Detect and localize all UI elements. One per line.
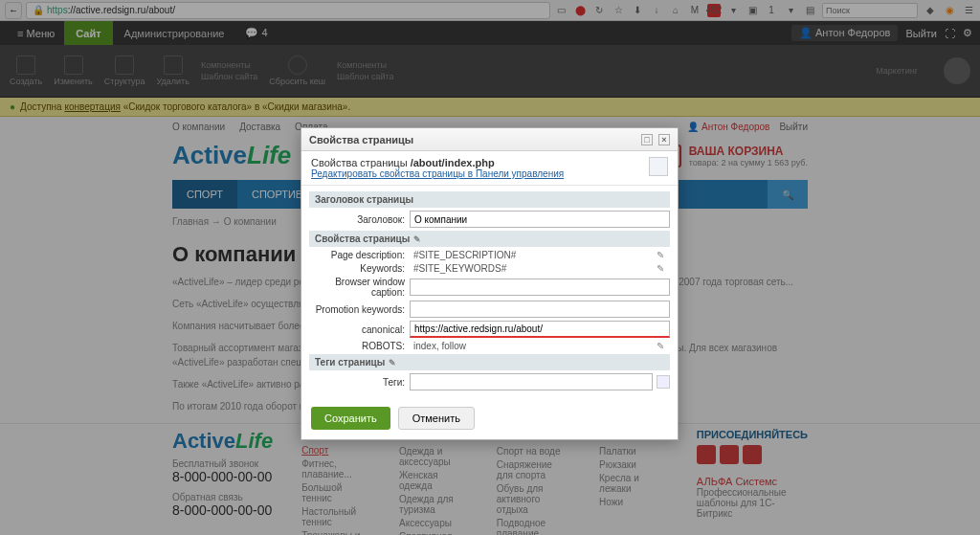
edit-icon[interactable]: ✎ (389, 358, 396, 368)
value-desc: #SITE_DESCRIPTION# (410, 250, 653, 260)
save-button[interactable]: Сохранить (311, 407, 390, 430)
modal-title: Свойства страницы (309, 134, 413, 145)
edit-icon[interactable]: ✎ (413, 234, 421, 244)
value-keywords: #SITE_KEYWORDS# (410, 263, 653, 274)
page-icon (649, 157, 668, 176)
label-keywords: Keywords: (309, 263, 410, 274)
modal-footer: Сохранить Отменить (301, 397, 678, 439)
edit-robots-icon[interactable]: ✎ (657, 341, 670, 351)
modal-path: Свойства страницы /about/index.php (311, 157, 649, 168)
edit-in-panel-link[interactable]: Редактировать свойства страницы в Панели… (311, 168, 649, 179)
label-canonical: canonical: (309, 324, 410, 335)
value-robots: index, follow (410, 341, 653, 351)
label-desc: Page description: (309, 250, 410, 260)
input-promo[interactable] (410, 301, 670, 318)
label-tags: Теги: (309, 377, 410, 388)
maximize-icon[interactable]: □ (641, 134, 653, 145)
label-promo: Promotion keywords: (309, 304, 410, 315)
section-props: Свойства страницы✎ (309, 231, 670, 247)
edit-keywords-icon[interactable]: ✎ (657, 263, 670, 274)
input-canonical[interactable] (410, 321, 670, 338)
tag-picker-icon[interactable] (657, 375, 670, 389)
modal-subheader: Свойства страницы /about/index.php Редак… (301, 151, 678, 186)
edit-desc-icon[interactable]: ✎ (657, 250, 670, 260)
cancel-button[interactable]: Отменить (398, 407, 475, 430)
input-browser[interactable] (410, 279, 670, 296)
section-tags: Теги страницы✎ (309, 354, 670, 370)
modal-header[interactable]: Свойства страницы □ × (301, 128, 678, 151)
label-robots: ROBOTS: (309, 341, 410, 351)
close-icon[interactable]: × (658, 134, 670, 145)
input-tags[interactable] (410, 373, 653, 390)
input-heading[interactable] (410, 211, 670, 228)
section-heading: Заголовок страницы (309, 191, 670, 208)
page-properties-modal: Свойства страницы □ × Свойства страницы … (301, 127, 679, 440)
label-heading: Заголовок: (309, 214, 410, 225)
label-browser: Browser window caption: (309, 277, 410, 298)
